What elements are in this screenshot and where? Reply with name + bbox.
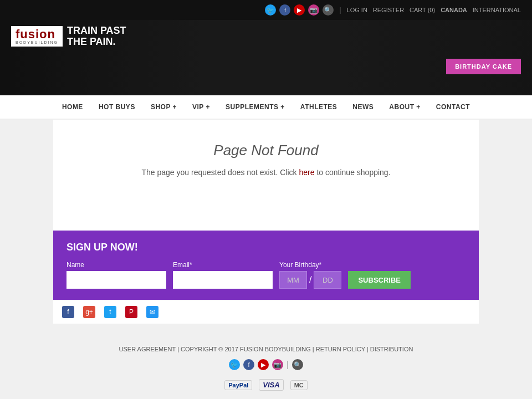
international-text: INTERNATIONAL xyxy=(473,7,521,13)
logo-area: fusion BODYBUILDING TRAIN PASTTHE PAIN. xyxy=(11,25,126,48)
birthday-slash: / xyxy=(309,275,311,285)
nav-home[interactable]: HOME xyxy=(54,103,91,111)
return-policy-link[interactable]: RETURN POLICY xyxy=(316,346,365,352)
logo-fusion-text: fusion xyxy=(16,28,55,40)
cart-link[interactable]: CART (0) xyxy=(410,7,435,13)
page-title: Page Not Found xyxy=(64,142,468,159)
nav-news[interactable]: NEWS xyxy=(345,103,381,111)
nav-shop[interactable]: SHOP + xyxy=(143,103,185,111)
birthday-cake-button[interactable]: BIRTHDAY CAKE xyxy=(446,59,521,74)
logo-bodybuilding-text: BODYBUILDING xyxy=(16,40,58,44)
footer: USER AGREEMENT | COPYRIGHT © 2017 FUSION… xyxy=(0,335,532,399)
subscribe-button[interactable]: SUBSCRIBE xyxy=(348,271,411,289)
login-link[interactable]: LOG IN xyxy=(347,7,367,13)
nav-athletes[interactable]: ATHLETES xyxy=(293,103,345,111)
here-link[interactable]: here xyxy=(299,168,315,177)
nav-supplements[interactable]: SUPPLEMENTS + xyxy=(218,103,293,111)
nav-contact[interactable]: CONTACT xyxy=(428,103,478,111)
footer-search-icon[interactable]: 🔍 xyxy=(292,359,303,370)
main-content: Page Not Found The page you requested do… xyxy=(53,120,479,231)
distribution-link[interactable]: DISTRIBUTION xyxy=(370,346,413,352)
top-nav-links: LOG IN REGISTER CART (0) CANADA INTERNAT… xyxy=(347,7,521,13)
top-bar: 🐦 f ▶ 📷 🔍 | LOG IN REGISTER CART (0) CAN… xyxy=(0,0,532,20)
email-input[interactable] xyxy=(173,271,273,289)
signup-section: SIGN UP NOW! Name Email* Your Birthday* … xyxy=(53,231,479,300)
name-input[interactable] xyxy=(66,271,166,289)
birthday-dd-input[interactable] xyxy=(314,271,341,289)
birthday-field-group: Your Birthday* / xyxy=(279,261,341,289)
share-facebook-icon[interactable]: f xyxy=(62,306,74,318)
desc-after: to continue shopping. xyxy=(315,168,391,177)
mastercard-icon: MC xyxy=(290,380,308,390)
register-link[interactable]: REGISTER xyxy=(373,7,404,13)
payment-icons: PayPal VISA MC xyxy=(0,379,532,391)
email-label: Email* xyxy=(173,261,273,269)
share-row: f g+ t P ✉ xyxy=(53,300,479,324)
signup-title: SIGN UP NOW! xyxy=(66,242,466,253)
footer-twitter-icon[interactable]: 🐦 xyxy=(229,359,240,370)
birthday-label: Your Birthday* xyxy=(279,261,341,269)
main-navigation: HOME HOT BUYS SHOP + VIP + SUPPLEMENTS +… xyxy=(0,95,532,120)
share-gplus-icon[interactable]: g+ xyxy=(83,306,95,318)
name-label: Name xyxy=(66,261,166,269)
footer-social-divider: | xyxy=(287,360,289,370)
share-twitter-icon[interactable]: t xyxy=(104,306,116,318)
footer-links: USER AGREEMENT | COPYRIGHT © 2017 FUSION… xyxy=(0,346,532,352)
copyright-text: COPYRIGHT © 2017 FUSION BODYBUILDING xyxy=(181,346,311,352)
signup-form: Name Email* Your Birthday* / SUBSCRIBE xyxy=(66,261,466,289)
search-icon[interactable]: 🔍 xyxy=(323,4,334,16)
facebook-icon[interactable]: f xyxy=(279,4,290,16)
desc-before: The page you requested does not exist. C… xyxy=(141,168,299,177)
logo-tagline: TRAIN PASTTHE PAIN. xyxy=(67,25,126,48)
paypal-icon: PayPal xyxy=(224,380,252,390)
youtube-icon[interactable]: ▶ xyxy=(294,4,305,16)
user-agreement-link[interactable]: USER AGREEMENT xyxy=(119,346,176,352)
email-field-group: Email* xyxy=(173,261,273,289)
footer-social: 🐦 f ▶ 📷 | 🔍 xyxy=(0,359,532,370)
footer-facebook-icon[interactable]: f xyxy=(243,359,254,370)
top-social-links: 🐦 f ▶ 📷 🔍 xyxy=(265,4,334,16)
footer-youtube-icon[interactable]: ▶ xyxy=(258,359,269,370)
nav-about[interactable]: ABOUT + xyxy=(381,103,428,111)
hero-banner: fusion BODYBUILDING TRAIN PASTTHE PAIN. … xyxy=(0,20,532,120)
twitter-icon[interactable]: 🐦 xyxy=(265,4,276,16)
page-description: The page you requested does not exist. C… xyxy=(64,168,468,177)
birthday-inputs: / xyxy=(279,271,341,289)
nav-hot-buys[interactable]: HOT BUYS xyxy=(91,103,143,111)
nav-vip[interactable]: VIP + xyxy=(185,103,218,111)
divider: | xyxy=(339,6,341,14)
share-email-icon[interactable]: ✉ xyxy=(146,306,158,318)
name-field-group: Name xyxy=(66,261,166,289)
birthday-mm-input[interactable] xyxy=(279,271,307,289)
canada-link[interactable]: CANADA xyxy=(441,7,467,13)
visa-icon: VISA xyxy=(259,379,283,391)
footer-instagram-icon[interactable]: 📷 xyxy=(272,359,283,370)
instagram-icon[interactable]: 📷 xyxy=(308,4,319,16)
share-pinterest-icon[interactable]: P xyxy=(125,306,137,318)
logo-box: fusion BODYBUILDING xyxy=(11,26,63,47)
